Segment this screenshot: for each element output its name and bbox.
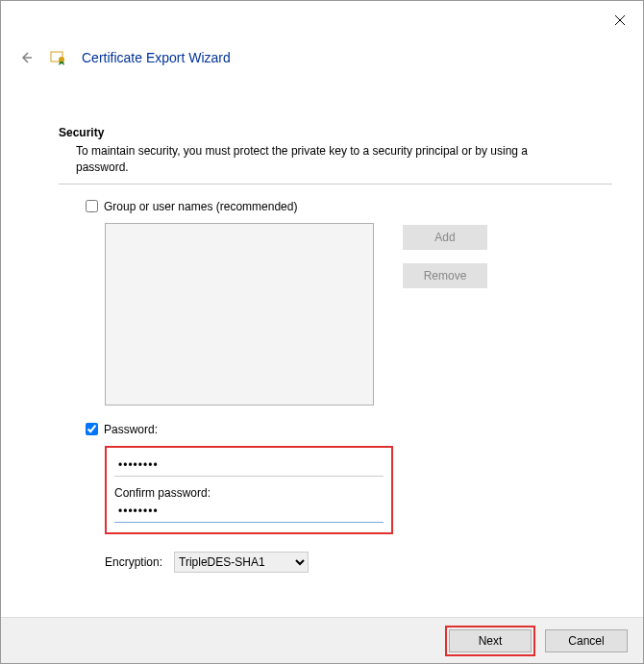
- password-highlight: Confirm password:: [105, 446, 393, 534]
- encryption-label: Encryption:: [105, 555, 162, 569]
- close-icon: [614, 14, 626, 26]
- section-description: To maintain security, you must protect t…: [76, 143, 576, 176]
- back-button[interactable]: [18, 50, 34, 65]
- password-input[interactable]: [114, 455, 384, 477]
- back-arrow-icon: [19, 51, 33, 64]
- section-title: Security: [59, 126, 612, 139]
- group-names-list: [105, 223, 374, 406]
- password-checkbox[interactable]: [86, 423, 98, 435]
- password-row[interactable]: Password:: [86, 423, 612, 436]
- group-names-row[interactable]: Group or user names (recommended): [86, 200, 612, 213]
- password-label: Password:: [104, 423, 158, 436]
- wizard-title: Certificate Export Wizard: [82, 50, 231, 65]
- footer: Next Cancel: [1, 617, 643, 663]
- cancel-button[interactable]: Cancel: [545, 629, 628, 652]
- group-names-checkbox[interactable]: [86, 200, 98, 212]
- divider: [59, 184, 612, 184]
- add-button: Add: [403, 225, 487, 250]
- encryption-select[interactable]: TripleDES-SHA1: [174, 552, 309, 573]
- confirm-password-input[interactable]: [114, 502, 384, 523]
- next-button[interactable]: Next: [449, 629, 532, 652]
- confirm-password-label: Confirm password:: [114, 486, 384, 500]
- remove-button: Remove: [403, 263, 487, 288]
- next-highlight: Next: [445, 626, 535, 656]
- certificate-icon: [49, 49, 66, 66]
- group-names-label: Group or user names (recommended): [104, 200, 297, 213]
- close-button[interactable]: [608, 9, 632, 32]
